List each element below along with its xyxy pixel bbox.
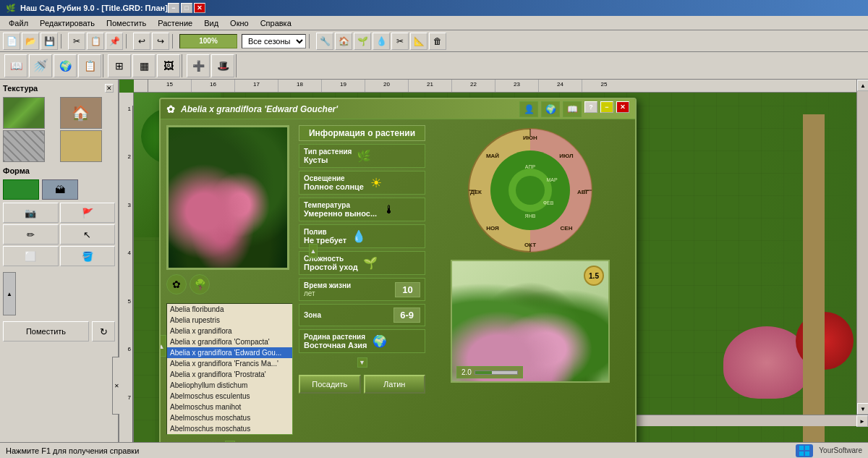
menu-place[interactable]: Поместить <box>101 17 152 29</box>
scroll-up-left[interactable]: ▲ <box>3 272 16 315</box>
open-button[interactable]: 📂 <box>22 33 39 50</box>
info-light-value: Полное солнце <box>304 182 364 191</box>
v-scroll-up[interactable]: ▲ <box>857 80 868 91</box>
plant-tree-icon-btn[interactable]: 🌳 <box>190 274 210 294</box>
info-lifetime-label: Время жизни <box>304 281 351 289</box>
plant-info-dialog: ✿ Abelia x grandiflora 'Edward Goucher' … <box>159 98 637 442</box>
list-nav-down[interactable]: ▼ <box>225 441 235 442</box>
h-scroll-right[interactable]: ► <box>856 415 868 427</box>
svg-text:ФЕВ: ФЕВ <box>543 200 554 205</box>
tb-tool4[interactable]: 💧 <box>373 33 390 50</box>
svg-text:МАР: МАР <box>546 177 558 182</box>
dialog-icon1[interactable]: 👤 <box>519 101 538 117</box>
grid-button[interactable]: ⊞ <box>108 54 131 77</box>
tb-tool6[interactable]: 📐 <box>410 33 427 50</box>
menu-help[interactable]: Справка <box>255 17 297 29</box>
minimize-button[interactable]: − <box>168 3 179 13</box>
tb-tool5[interactable]: ✂ <box>391 33 409 50</box>
watering-can-button[interactable]: 🚿 <box>29 54 52 77</box>
form-preview2[interactable]: 🏔 <box>42 179 78 200</box>
tool-select[interactable]: ↖ <box>60 224 116 245</box>
dialog-help-button[interactable]: ? <box>584 101 597 113</box>
list-item-6[interactable]: Abelia x grandiflora 'Francis Ma...' <box>167 358 292 369</box>
size-bar <box>475 370 518 375</box>
cut-button[interactable]: ✂ <box>68 33 85 50</box>
tool-bucket[interactable]: 🪣 <box>60 246 116 266</box>
list-item-3[interactable]: Abelia x grandiflora <box>167 326 292 336</box>
list-nav-up[interactable]: ▲ <box>159 335 166 357</box>
dialog-controls: 👤 🌍 📖 ? − ✕ <box>519 101 629 117</box>
menu-view[interactable]: Вид <box>198 17 224 29</box>
dialog-close-button[interactable]: ✕ <box>616 101 629 113</box>
dialog-icon3[interactable]: 📖 <box>563 101 582 117</box>
texture-pattern2[interactable] <box>60 130 102 162</box>
place-button[interactable]: Поместить <box>3 321 89 342</box>
texture-grass[interactable] <box>3 97 45 129</box>
info-row-origin: Родина растения Восточная Азия 🌍 <box>299 329 425 353</box>
plant-button[interactable]: Посадить <box>299 375 361 394</box>
separator-2 <box>126 34 130 48</box>
plant-flower-icon-btn[interactable]: ✿ <box>166 274 187 294</box>
save-button[interactable]: 💾 <box>41 33 58 50</box>
vertical-scrollbar[interactable]: ▲ ▼ <box>856 80 868 415</box>
list-item-5-selected[interactable]: Abelia x grandiflora 'Edward Gou... <box>167 347 292 358</box>
copy-button[interactable]: 📋 <box>87 33 104 50</box>
new-button[interactable]: 📄 <box>3 33 20 50</box>
texture-pattern1[interactable] <box>3 130 45 162</box>
menu-edit[interactable]: Редактировать <box>34 17 101 29</box>
texture-house[interactable]: 🏠 <box>60 97 102 129</box>
list-item-4[interactable]: Abelia x grandiflora 'Compacta' <box>167 336 292 347</box>
plant-list[interactable]: Abelia floribunda Abelia rupestris Abeli… <box>166 303 293 435</box>
v-scroll-down[interactable]: ▼ <box>857 403 868 415</box>
separator-1 <box>61 34 65 48</box>
v-scroll-track[interactable] <box>857 91 868 403</box>
clipboard-button[interactable]: 📋 <box>78 54 101 77</box>
latin-button[interactable]: Латин <box>364 375 426 394</box>
list-item-9[interactable]: Abelmoschus esculentus <box>167 391 292 402</box>
globe-button[interactable]: 🌍 <box>54 54 77 77</box>
tool-camera[interactable]: 📷 <box>3 203 59 223</box>
menu-plant[interactable]: Растение <box>152 17 198 29</box>
ruler-left: 1 2 3 4 5 6 7 <box>119 93 134 442</box>
rotate-button[interactable]: ↻ <box>92 321 115 342</box>
list-item-1[interactable]: Abelia floribunda <box>167 304 292 315</box>
tb-tool2[interactable]: 🏠 <box>335 33 352 50</box>
photo-btn[interactable]: 🖼 <box>157 54 180 77</box>
plant-catalog-button[interactable]: 📖 <box>4 54 27 77</box>
info-nav-up[interactable]: ▲ <box>309 244 318 258</box>
tool-eraser[interactable]: ⬜ <box>3 246 59 266</box>
dialog-icon2[interactable]: 🌍 <box>541 101 560 117</box>
tb-tool1[interactable]: 🔧 <box>316 33 333 50</box>
list-item-7[interactable]: Abelia x grandiflora 'Prostrata' <box>167 369 292 380</box>
list-item-8[interactable]: Abeliophyllum distichum <box>167 380 292 391</box>
texture-close-button[interactable]: ✕ <box>105 84 114 93</box>
menu-file[interactable]: Файл <box>3 17 34 29</box>
maximize-button[interactable]: □ <box>181 3 192 13</box>
tool-flag[interactable]: 🚩 <box>60 203 116 223</box>
list-item-12[interactable]: Abelmoschus moschatus <box>167 423 292 434</box>
info-zone-col: Зона <box>304 311 321 319</box>
paste-button[interactable]: 📌 <box>106 33 123 50</box>
texture-btn[interactable]: ▦ <box>132 54 156 77</box>
add-plant-button[interactable]: ➕ <box>187 54 210 77</box>
info-light-col: Освещение Полное солнце <box>304 174 364 191</box>
dialog-minimize-button[interactable]: − <box>600 101 613 113</box>
redo-button[interactable]: ↪ <box>152 33 169 50</box>
garden-canvas[interactable]: 15 16 17 18 19 20 21 22 23 24 25 1 2 3 4… <box>119 80 868 442</box>
separator-4 <box>309 34 313 48</box>
left-panel-collapse[interactable]: ✕ <box>112 357 119 415</box>
tool-pencil[interactable]: ✏ <box>3 224 59 245</box>
close-button[interactable]: ✕ <box>194 3 205 13</box>
tb-tool3[interactable]: 🌱 <box>354 33 371 50</box>
menu-window[interactable]: Окно <box>224 17 255 29</box>
list-item-10[interactable]: Abelmoschus manihot <box>167 402 292 412</box>
info-nav-down[interactable]: ▼ <box>357 357 367 368</box>
undo-button[interactable]: ↩ <box>133 33 150 50</box>
windows-icon[interactable] <box>796 444 813 457</box>
plant-tool-button[interactable]: 🎩 <box>211 54 234 77</box>
list-item-11[interactable]: Abelmoschus moschatus <box>167 412 292 423</box>
seasons-dropdown[interactable]: Все сезоны <box>242 34 306 48</box>
list-item-2[interactable]: Abelia rupestris <box>167 315 292 326</box>
tb-tool7[interactable]: 🗑 <box>429 33 446 50</box>
svg-text:МАЙ: МАЙ <box>486 153 499 159</box>
